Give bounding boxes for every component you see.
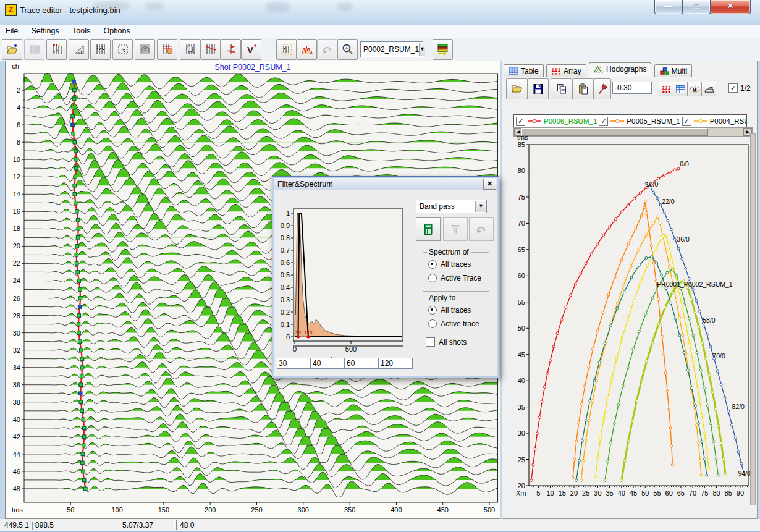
legend-checkbox[interactable]: ✓ bbox=[516, 117, 525, 126]
maximize-button[interactable]: □ bbox=[682, 0, 711, 14]
svg-text:250: 250 bbox=[251, 506, 262, 513]
svg-text:60: 60 bbox=[518, 272, 525, 279]
chevron-down-icon[interactable]: ▼ bbox=[419, 43, 425, 56]
apply-filter-button[interactable] bbox=[443, 217, 468, 241]
svg-text:70: 70 bbox=[689, 489, 696, 497]
chevron-down-icon[interactable]: ▼ bbox=[475, 201, 486, 212]
trace-display-button[interactable] bbox=[24, 39, 44, 60]
minimize-button[interactable]: ― bbox=[654, 0, 683, 14]
svg-text:0.9: 0.9 bbox=[281, 222, 290, 229]
dialog-close-button[interactable]: ✕ bbox=[483, 179, 496, 190]
freq-low-pass-input[interactable] bbox=[311, 358, 345, 369]
offset-input[interactable] bbox=[612, 82, 652, 94]
traces-hand-icon bbox=[161, 43, 174, 56]
zoom-button[interactable] bbox=[337, 39, 358, 60]
svg-text:46: 46 bbox=[13, 468, 20, 475]
smooth-button[interactable] bbox=[701, 82, 716, 96]
svg-text:200: 200 bbox=[205, 506, 216, 513]
freq-high-cut-input[interactable] bbox=[379, 358, 413, 369]
filter-type-dropdown[interactable]: Band pass ▼ bbox=[416, 200, 487, 213]
radio-icon[interactable] bbox=[428, 319, 437, 328]
spectrum-button[interactable] bbox=[297, 39, 317, 60]
visibility-button[interactable] bbox=[687, 82, 702, 96]
legend-item[interactable]: ✓P0005_RSUM_1 bbox=[597, 117, 680, 126]
svg-text:50: 50 bbox=[641, 489, 649, 497]
right-panel-tabs: Table Array Hodographs Multi bbox=[504, 62, 693, 77]
menu-file[interactable]: File bbox=[0, 25, 23, 37]
svg-text:0.5: 0.5 bbox=[281, 271, 290, 279]
show-array-button[interactable] bbox=[659, 82, 673, 96]
svg-text:100: 100 bbox=[111, 506, 122, 513]
menu-options[interactable]: Options bbox=[98, 25, 136, 37]
spectrum-chart: 10.90.80.70.60.50.40.30.20.10301200500hz bbox=[275, 193, 416, 367]
select-region-button[interactable] bbox=[112, 39, 133, 60]
filter-spectrum-dialog[interactable]: Filter&Spectrum ✕ 10.90.80.70.60.50.40.3… bbox=[272, 176, 499, 378]
menu-settings[interactable]: Settings bbox=[26, 25, 65, 37]
pick-flag-button[interactable] bbox=[221, 39, 241, 60]
freq-low-cut-input[interactable] bbox=[277, 358, 311, 369]
svg-text:30: 30 bbox=[13, 329, 20, 337]
legend-line-marker-icon bbox=[693, 118, 708, 124]
freq-high-pass-input[interactable] bbox=[345, 358, 379, 369]
apply-to-all-traces[interactable]: All traces bbox=[428, 306, 489, 315]
legend-item[interactable]: ✓P0004_RSUM_1 bbox=[680, 117, 747, 126]
half-ratio-checkbox[interactable]: ✓ bbox=[728, 83, 738, 93]
menu-tools[interactable]: Tools bbox=[67, 25, 96, 37]
tab-multi[interactable]: Multi bbox=[654, 64, 692, 77]
copy-icon bbox=[555, 83, 568, 95]
window-titlebar[interactable]: Z Trace editor - testpicking.bin ― □ ✕ bbox=[0, 0, 760, 25]
ruler-button[interactable] bbox=[69, 39, 89, 60]
copy-button[interactable] bbox=[551, 78, 572, 99]
close-button[interactable]: ✕ bbox=[710, 0, 751, 14]
svg-text:tms: tms bbox=[517, 133, 528, 141]
apply-to-active-trace[interactable]: Active trace bbox=[428, 319, 489, 328]
legend-checkbox[interactable]: ✓ bbox=[599, 117, 608, 126]
legend-item[interactable]: ✓P0006_RSUM_1 bbox=[514, 117, 597, 126]
radio-icon[interactable] bbox=[428, 306, 437, 315]
select-traces-button[interactable] bbox=[276, 39, 297, 60]
radio-icon[interactable] bbox=[428, 260, 437, 269]
table-grid-icon bbox=[675, 84, 686, 95]
legend-checkbox[interactable]: ✓ bbox=[682, 117, 691, 126]
spectrum-of-all-traces[interactable]: All traces bbox=[428, 260, 489, 269]
stack-layers-icon bbox=[437, 43, 449, 56]
stack-button[interactable] bbox=[433, 39, 453, 60]
save-hodograph-button[interactable] bbox=[527, 78, 549, 99]
radio-icon[interactable] bbox=[428, 274, 437, 282]
undo-button[interactable] bbox=[317, 39, 337, 60]
traces-view-button[interactable] bbox=[90, 39, 111, 60]
svg-text:14: 14 bbox=[13, 190, 20, 198]
trace-parameters-button[interactable] bbox=[46, 39, 67, 60]
hodograph-vscrollbar[interactable] bbox=[750, 133, 756, 505]
velocity-v2-button[interactable]: V bbox=[241, 39, 261, 60]
open-file-button[interactable] bbox=[2, 39, 22, 60]
svg-text:0.7: 0.7 bbox=[281, 247, 290, 254]
dialog-titlebar[interactable]: Filter&Spectrum bbox=[274, 178, 497, 190]
hand-pick-button[interactable] bbox=[157, 39, 177, 60]
zoom-picks-button[interactable] bbox=[180, 39, 200, 60]
svg-text:55: 55 bbox=[518, 298, 525, 306]
tab-array[interactable]: Array bbox=[546, 64, 586, 77]
svg-text:0.8: 0.8 bbox=[281, 234, 290, 242]
legend-line-marker-icon bbox=[527, 118, 542, 124]
shot-selector-dropdown[interactable]: P0002_RSUM_1 ▼ bbox=[360, 41, 423, 57]
paste-button[interactable] bbox=[572, 78, 594, 99]
svg-text:55: 55 bbox=[653, 489, 661, 497]
compute-spectrum-button[interactable] bbox=[416, 217, 441, 241]
axe-icon bbox=[596, 83, 609, 95]
all-shots-control[interactable]: All shots bbox=[426, 337, 467, 347]
svg-text:80: 80 bbox=[712, 489, 720, 497]
show-table-button[interactable] bbox=[673, 82, 688, 96]
velocity-model-button[interactable] bbox=[135, 39, 155, 60]
open-hodograph-button[interactable] bbox=[506, 78, 528, 99]
pick-traces-button[interactable] bbox=[200, 39, 221, 60]
hodograph-chart[interactable]: tms8580757065605550454035302520510152025… bbox=[504, 133, 752, 510]
undo-filter-button[interactable] bbox=[469, 217, 494, 241]
half-ratio-control[interactable]: ✓ 1/2 bbox=[728, 83, 751, 93]
tab-hodographs[interactable]: Hodographs bbox=[589, 62, 651, 77]
all-shots-checkbox[interactable] bbox=[426, 337, 435, 347]
spectrum-of-active-trace[interactable]: Active Trace bbox=[428, 274, 489, 282]
axe-edit-button[interactable] bbox=[594, 78, 611, 99]
svg-text:44: 44 bbox=[13, 450, 20, 458]
tab-table[interactable]: Table bbox=[504, 64, 544, 77]
